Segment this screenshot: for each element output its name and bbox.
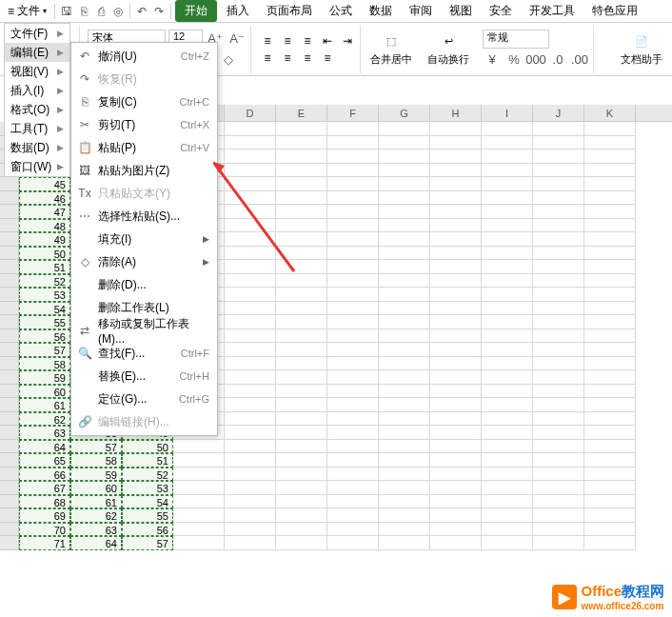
dec-inc-icon[interactable]: .0 <box>548 50 567 70</box>
cell[interactable] <box>430 481 482 495</box>
cell[interactable] <box>584 468 636 482</box>
cell[interactable]: 58 <box>70 453 122 468</box>
cell[interactable] <box>584 426 636 440</box>
cell[interactable]: 57 <box>70 440 122 454</box>
cell[interactable] <box>327 370 379 385</box>
cell[interactable] <box>430 288 482 302</box>
row-header[interactable] <box>0 426 19 440</box>
cell[interactable] <box>225 219 276 233</box>
cell[interactable] <box>533 191 584 206</box>
tab-start[interactable]: 开始 <box>175 0 217 22</box>
cell[interactable] <box>430 136 482 150</box>
cell[interactable]: 50 <box>122 440 173 454</box>
cell[interactable]: 50 <box>19 247 70 261</box>
cell[interactable] <box>482 302 533 316</box>
row-header[interactable] <box>0 260 19 274</box>
cell[interactable] <box>379 136 430 150</box>
col-header[interactable]: H <box>430 105 482 121</box>
wrap-text-button[interactable]: ↩ 自动换行 <box>422 27 475 72</box>
cell[interactable] <box>482 177 533 191</box>
cell[interactable] <box>482 468 533 482</box>
cell[interactable] <box>584 495 636 509</box>
cell[interactable] <box>430 149 482 164</box>
cell[interactable] <box>533 274 584 289</box>
row-header[interactable] <box>0 412 19 427</box>
cell[interactable] <box>225 149 276 164</box>
cell[interactable] <box>584 302 636 316</box>
cell[interactable] <box>276 357 327 371</box>
cell[interactable] <box>225 122 276 136</box>
cell[interactable] <box>379 177 430 191</box>
row-header[interactable] <box>0 495 19 509</box>
align-top-icon[interactable]: ≡ <box>259 33 276 49</box>
menu-item-12[interactable]: ⇄移动或复制工作表(M)... <box>71 319 217 342</box>
cell[interactable] <box>533 357 584 371</box>
cell[interactable] <box>482 412 533 427</box>
cell[interactable] <box>327 523 379 537</box>
cell[interactable] <box>482 523 533 537</box>
cell[interactable] <box>430 191 482 206</box>
cell[interactable] <box>379 302 430 316</box>
cell[interactable] <box>584 536 636 550</box>
cell[interactable] <box>173 508 225 523</box>
cell[interactable] <box>533 329 584 344</box>
row-header[interactable] <box>0 329 19 344</box>
cell[interactable] <box>533 219 584 233</box>
cell[interactable] <box>276 523 327 537</box>
merge-center-button[interactable]: ⬚ 合并居中 <box>365 27 418 72</box>
cell[interactable] <box>276 315 327 329</box>
cell[interactable] <box>327 495 379 509</box>
cell[interactable]: 54 <box>122 495 173 509</box>
cell[interactable] <box>533 136 584 150</box>
row-header[interactable] <box>0 398 19 412</box>
cell[interactable] <box>533 122 584 136</box>
cell[interactable] <box>584 191 636 206</box>
cell[interactable] <box>173 536 225 550</box>
cell[interactable] <box>584 508 636 523</box>
row-header[interactable] <box>0 302 19 316</box>
cell[interactable]: 46 <box>19 191 70 206</box>
cell[interactable] <box>276 288 327 302</box>
tab-special[interactable]: 特色应用 <box>584 0 645 22</box>
cell[interactable] <box>225 288 276 302</box>
row-header[interactable] <box>0 177 19 191</box>
row-header[interactable] <box>0 357 19 371</box>
number-format-select[interactable]: 常规 <box>483 30 549 49</box>
cell[interactable] <box>430 426 482 440</box>
cell[interactable] <box>482 205 533 219</box>
cell[interactable] <box>584 453 636 468</box>
menu-view[interactable]: 视图(V)▶ <box>5 62 69 81</box>
col-header[interactable]: K <box>584 105 636 121</box>
cell[interactable] <box>584 357 636 371</box>
cell[interactable] <box>533 440 584 454</box>
cell[interactable] <box>430 536 482 550</box>
cell[interactable] <box>276 343 327 357</box>
tab-insert[interactable]: 插入 <box>219 0 257 22</box>
cell[interactable] <box>276 232 327 247</box>
cell[interactable] <box>533 370 584 385</box>
cell[interactable] <box>584 481 636 495</box>
cell[interactable] <box>327 302 379 316</box>
cell[interactable] <box>584 136 636 150</box>
cell[interactable] <box>276 177 327 191</box>
cell[interactable] <box>276 329 327 344</box>
cell[interactable]: 56 <box>122 523 173 537</box>
cell[interactable]: 66 <box>19 468 70 482</box>
col-header[interactable]: F <box>327 105 379 121</box>
cell[interactable] <box>276 495 327 509</box>
save-icon[interactable]: 🖫 <box>59 4 74 19</box>
cell[interactable] <box>327 343 379 357</box>
cell[interactable] <box>379 453 430 468</box>
menu-item-4[interactable]: 📋粘贴(P)Ctrl+V <box>71 136 217 159</box>
cell[interactable] <box>430 302 482 316</box>
cell[interactable] <box>327 122 379 136</box>
dec-dec-icon[interactable]: .00 <box>570 50 589 70</box>
cell[interactable] <box>276 440 327 454</box>
indent-inc-icon[interactable]: ⇥ <box>339 33 356 49</box>
row-header[interactable] <box>0 508 19 523</box>
cell[interactable] <box>173 453 225 468</box>
cell[interactable] <box>584 370 636 385</box>
cell[interactable]: 61 <box>70 495 122 509</box>
tab-review[interactable]: 审阅 <box>402 0 440 22</box>
cell[interactable] <box>327 288 379 302</box>
